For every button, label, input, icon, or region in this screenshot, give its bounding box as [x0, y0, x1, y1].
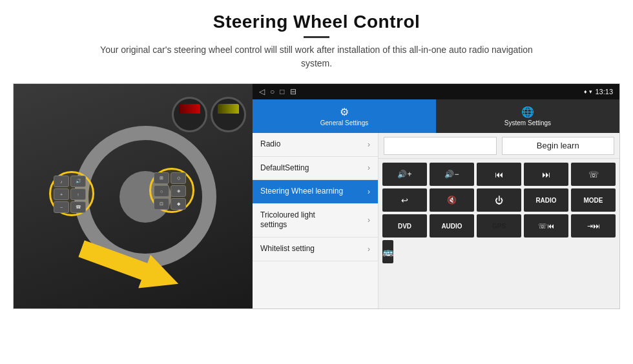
return-icon: ↩ — [401, 196, 408, 205]
ctrl-buttons-area: 🔊+ 🔊− ⏮ ⏭ ☏ ↩ 🔇 ⏻ RADIO MODE — [379, 159, 619, 308]
chevron-tricoloured: › — [368, 216, 370, 225]
radio-empty-box — [384, 137, 497, 155]
ctrl-btn-mute[interactable]: 🔇 — [430, 188, 474, 212]
menu-item-whitelist-label: Whitelist setting — [260, 244, 315, 254]
tab-bar: ⚙ General Settings 🌐 System Settings — [253, 99, 619, 133]
page-container: Steering Wheel Control Your original car… — [0, 0, 633, 364]
ctrl-btn-mode[interactable]: MODE — [571, 188, 616, 212]
phone-prev-icon: ☏⏮ — [538, 222, 554, 230]
status-time: 13:13 — [595, 88, 613, 96]
next-icon: ⏭ — [542, 170, 550, 179]
sw-btn-plus: + — [54, 188, 69, 200]
vol-down-icon: 🔊− — [444, 170, 459, 179]
ctrl-btn-radio[interactable]: RADIO — [524, 188, 568, 212]
call-answer-icon: ☏ — [588, 170, 599, 179]
ctrl-row-2: ↩ 🔇 ⏻ RADIO MODE — [382, 188, 616, 212]
statusbar-nav-icons: ◁ ○ □ ⊟ — [259, 87, 296, 96]
tab-general-settings[interactable]: ⚙ General Settings — [253, 99, 436, 133]
ctrl-btn-prev[interactable]: ⏮ — [477, 163, 521, 186]
btn-row-left-top: ♪ 🔊 — [54, 176, 86, 187]
button-group-right: ⊞ ◇ ○ ◈ ⊡ ◆ — [154, 172, 186, 210]
menu-item-tricoloured[interactable]: Tricoloured lightsettings › — [253, 204, 378, 238]
sw-btn-minus: − — [54, 201, 69, 213]
ctrl-row-4: 🚌 — [382, 240, 616, 263]
menu-item-whitelist[interactable]: Whitelist setting › — [253, 238, 378, 261]
recents-nav-icon[interactable]: □ — [280, 87, 284, 96]
tab-system-settings[interactable]: 🌐 System Settings — [436, 99, 619, 133]
sw-btn-phone: ☎ — [70, 201, 86, 213]
menu-nav-icon[interactable]: ⊟ — [290, 87, 296, 96]
page-title: Steering Wheel Control — [90, 12, 543, 32]
menu-item-defaultsetting[interactable]: DefaultSetting › — [253, 157, 378, 181]
ctrl-btn-return[interactable]: ↩ — [382, 188, 427, 212]
ctrl-row-1: 🔊+ 🔊− ⏮ ⏭ ☏ — [382, 163, 616, 186]
back-nav-icon[interactable]: ◁ — [259, 87, 265, 96]
ctrl-btn-phone-prev[interactable]: ☏⏮ — [524, 214, 568, 238]
ctrl-btn-dvd[interactable]: DVD — [382, 214, 427, 238]
btn-row-right-top: ⊞ ◇ — [154, 172, 186, 184]
sw-btn-r3: ○ — [154, 185, 169, 197]
mode-label: MODE — [584, 197, 603, 204]
sw-btn-r5: ⊡ — [154, 198, 169, 210]
chevron-radio: › — [368, 140, 370, 149]
vol-up-icon: 🔊+ — [397, 170, 411, 179]
tab-system-label: System Settings — [504, 119, 551, 126]
skip-next-icon: ⇥⏭ — [587, 222, 600, 230]
ctrl-btn-power[interactable]: ⏻ — [477, 188, 521, 212]
menu-item-steering-wheel[interactable]: Steering Wheel learning › — [253, 180, 378, 204]
chevron-default: › — [368, 163, 370, 172]
ctrl-btn-skip-next[interactable]: ⇥⏭ — [571, 214, 616, 238]
gauge-left — [172, 97, 207, 132]
ctrl-btn-vol-down[interactable]: 🔊− — [430, 163, 474, 186]
btn-row-right-mid: ○ ◈ — [154, 185, 186, 197]
ctrl-btn-vol-up[interactable]: 🔊+ — [382, 163, 427, 186]
wifi-icon: ▾ — [589, 88, 592, 95]
btn-row-left-bot: − ☎ — [54, 201, 86, 213]
ctrl-btn-audio[interactable]: AUDIO — [430, 214, 474, 238]
page-subtitle: Your original car's steering wheel contr… — [90, 43, 543, 70]
title-divider — [304, 36, 329, 38]
begin-learn-button[interactable]: Begin learn — [502, 137, 615, 155]
radio-label: RADIO — [535, 197, 556, 204]
android-section: ◁ ○ □ ⊟ ♦ ▾ 13:13 ⚙ General Settings — [253, 84, 619, 308]
sw-btn-r1: ⊞ — [154, 172, 169, 184]
sw-btn-vol: 🔊 — [70, 176, 86, 187]
general-settings-icon: ⚙ — [340, 106, 349, 118]
menu-list: Radio › DefaultSetting › Steering Wheel … — [253, 133, 379, 308]
menu-item-radio-label: Radio — [260, 139, 280, 150]
ctrl-btn-gps[interactable]: GPS — [477, 214, 521, 238]
btn-row-left-mid: + ↑ — [54, 188, 86, 200]
menu-item-tricoloured-label: Tricoloured lightsettings — [260, 210, 315, 230]
tab-general-label: General Settings — [320, 119, 369, 126]
statusbar-right: ♦ ▾ 13:13 — [584, 88, 613, 96]
title-section: Steering Wheel Control Your original car… — [90, 12, 543, 78]
ctrl-row-3: DVD AUDIO GPS ☏⏮ ⇥⏭ — [382, 214, 616, 238]
content-area: ♪ 🔊 + ↑ − ☎ ⊞ ◇ ○ — [13, 83, 620, 309]
ctrl-btn-next[interactable]: ⏭ — [524, 163, 568, 186]
ctrl-btn-bus[interactable]: 🚌 — [382, 240, 393, 263]
settings-menu: Radio › DefaultSetting › Steering Wheel … — [253, 133, 619, 308]
gauge-cluster — [172, 97, 246, 132]
location-icon: ♦ — [584, 88, 587, 95]
prev-icon: ⏮ — [495, 170, 503, 179]
sw-btn-r6: ◆ — [171, 198, 186, 210]
gauge-right — [211, 97, 246, 132]
android-statusbar: ◁ ○ □ ⊟ ♦ ▾ 13:13 — [253, 84, 619, 99]
chevron-steering: › — [368, 187, 370, 196]
sw-btn-arrow: ↑ — [70, 188, 86, 200]
menu-item-radio[interactable]: Radio › — [253, 133, 378, 157]
audio-label: AUDIO — [441, 223, 462, 230]
radio-row: Begin learn — [379, 133, 619, 159]
system-settings-icon: 🌐 — [521, 106, 534, 118]
sw-btn-r2: ◇ — [171, 172, 186, 184]
home-nav-icon[interactable]: ○ — [270, 87, 275, 96]
photo-section: ♪ 🔊 + ↑ − ☎ ⊞ ◇ ○ — [14, 84, 253, 309]
ctrl-btn-call-answer[interactable]: ☏ — [571, 163, 616, 186]
btn-row-right-bot: ⊡ ◆ — [154, 198, 186, 210]
dvd-label: DVD — [398, 223, 411, 230]
menu-item-steering-label: Steering Wheel learning — [260, 187, 343, 197]
menu-item-default-label: DefaultSetting — [260, 163, 309, 174]
gauge-red-left — [179, 104, 200, 114]
gps-label: GPS — [492, 223, 506, 230]
mute-icon: 🔇 — [447, 196, 457, 205]
